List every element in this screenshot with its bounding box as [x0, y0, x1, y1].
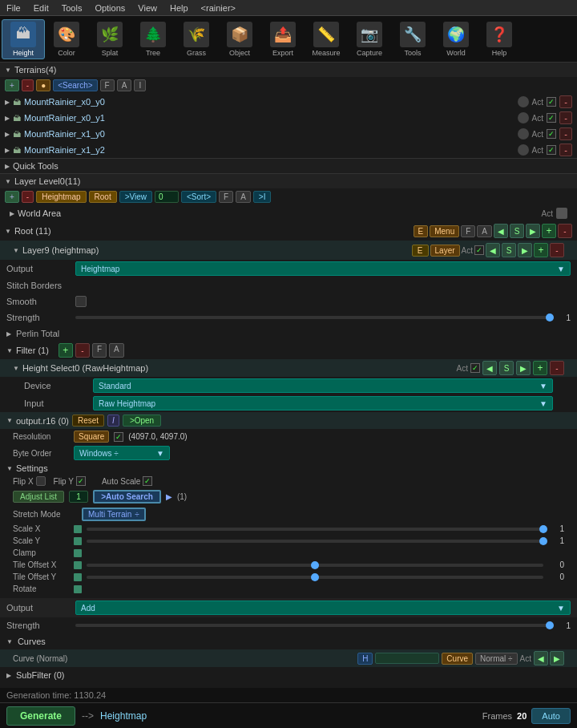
filter-f-btn[interactable]: F [92, 343, 107, 358]
root-e-btn[interactable]: E [414, 225, 429, 237]
layer-next-btn[interactable]: >I [253, 191, 272, 203]
toolbar-measure[interactable]: 📏 Measure [305, 19, 348, 59]
height-select-prev-btn[interactable]: ◀ [482, 361, 497, 375]
curve-next-btn[interactable]: ▶ [550, 651, 564, 665]
layer9-next-btn[interactable]: ▶ [518, 243, 532, 257]
layer9-prev-btn[interactable]: ◀ [486, 243, 500, 257]
play-btn[interactable]: ▶ [166, 492, 172, 501]
menu-options[interactable]: Options [88, 2, 131, 14]
open-btn[interactable]: >Open [123, 415, 161, 427]
scale-y-slider[interactable] [87, 540, 543, 543]
layer-sort-btn[interactable]: <Sort> [181, 191, 216, 203]
reset-btn[interactable]: Reset [72, 415, 104, 427]
terrain-a-btn[interactable]: A [117, 79, 132, 91]
toolbar-world[interactable]: 🌍 World [434, 19, 478, 59]
visibility-dot[interactable] [518, 96, 529, 107]
layer9-act-checkbox[interactable] [474, 245, 484, 255]
root-a-btn[interactable]: A [477, 225, 492, 237]
layer9-plus-btn[interactable]: + [534, 243, 548, 257]
curve-prev-btn[interactable]: ◀ [534, 651, 548, 665]
menu-rainier[interactable]: <rainier> [195, 2, 242, 14]
adjust-list-btn[interactable]: Adjust List [13, 491, 64, 503]
root-next-btn[interactable]: ▶ [526, 224, 540, 238]
terrain-act-checkbox[interactable] [547, 145, 556, 155]
smooth-checkbox[interactable] [75, 296, 87, 307]
terrain-minus-btn[interactable]: - [559, 95, 572, 108]
flip-y-checkbox[interactable] [76, 476, 86, 486]
menu-edit[interactable]: Edit [27, 2, 55, 14]
terrain-search-btn[interactable]: <Search> [53, 79, 97, 91]
visibility-dot[interactable] [518, 144, 529, 156]
menu-help[interactable]: Help [163, 2, 195, 14]
layer-f-btn[interactable]: F [219, 191, 233, 203]
output-strength-slider[interactable] [75, 624, 550, 627]
layer-a-btn[interactable]: A [236, 191, 251, 203]
auto-button[interactable]: Auto [531, 708, 571, 724]
height-select-act-checkbox[interactable] [470, 363, 480, 373]
terrain-act-checkbox[interactable] [547, 97, 556, 107]
flip-x-checkbox[interactable] [36, 476, 46, 486]
layer-add-btn[interactable]: + [5, 191, 19, 203]
layer-root-btn[interactable]: Root [89, 191, 117, 203]
auto-scale-checkbox[interactable] [143, 476, 152, 486]
layer-remove-btn[interactable]: - [22, 191, 34, 203]
square-btn[interactable]: Square [74, 431, 109, 443]
menu-view[interactable]: View [131, 2, 163, 14]
terrain-add-btn[interactable]: + [5, 79, 19, 91]
normal-btn[interactable]: Normal ÷ [475, 653, 518, 665]
toolbar-grass[interactable]: 🌾 Grass [175, 19, 218, 59]
toolbar-height[interactable]: 🏔 Height [2, 19, 45, 59]
filter-add-btn[interactable]: + [59, 343, 73, 358]
filter-a-btn[interactable]: A [109, 343, 124, 358]
terrain-act-checkbox[interactable] [547, 113, 556, 123]
terrain-f-btn[interactable]: F [100, 79, 115, 91]
visibility-dot[interactable] [518, 128, 529, 140]
height-select-next-btn[interactable]: ▶ [516, 361, 531, 375]
root-f-btn[interactable]: F [461, 225, 475, 237]
terrain-minus-btn[interactable]: - [559, 111, 572, 124]
terrain-dot-btn[interactable]: ● [36, 79, 50, 91]
visibility-dot[interactable] [518, 112, 529, 123]
toolbar-tree[interactable]: 🌲 Tree [131, 19, 175, 59]
layer9-s-btn[interactable]: S [502, 243, 516, 257]
root-minus-btn[interactable]: - [558, 224, 572, 238]
auto-search-btn[interactable]: >Auto Search [93, 490, 161, 504]
height-select-minus-btn[interactable]: - [550, 361, 564, 375]
strength-slider[interactable] [75, 316, 550, 319]
menu-file[interactable]: File [0, 2, 27, 14]
stretch-mode-dropdown[interactable]: Multi Terrain ÷ [82, 508, 146, 521]
layer-heightmap-btn[interactable]: Heightmap [36, 191, 86, 203]
square-checkbox[interactable] [114, 432, 123, 442]
menu-tools[interactable]: Tools [55, 2, 89, 14]
tile-y-slider[interactable] [87, 576, 543, 579]
h-btn[interactable]: H [357, 653, 373, 665]
layer-view-input[interactable]: 0 [155, 191, 179, 203]
i-btn[interactable]: I [107, 415, 119, 427]
output-section-dropdown[interactable]: Add ▼ [75, 601, 571, 615]
terrain-minus-btn[interactable]: - [559, 144, 572, 156]
scale-x-slider[interactable] [87, 528, 543, 531]
output-dropdown[interactable]: Heightmap ▼ [75, 261, 571, 276]
terrain-minus-btn[interactable]: - [559, 127, 572, 140]
terrain-remove-btn[interactable]: - [22, 79, 34, 91]
root-plus-btn[interactable]: + [542, 224, 556, 238]
height-select-plus-btn[interactable]: + [533, 361, 547, 375]
layer9-e-btn[interactable]: E [412, 245, 429, 257]
toolbar-color[interactable]: 🎨 Color [45, 19, 88, 59]
layer-view-btn[interactable]: >View [119, 191, 152, 203]
toolbar-tools[interactable]: 🔧 Tools [391, 19, 434, 59]
world-area-act-dot[interactable] [556, 208, 567, 219]
curve-btn[interactable]: Curve [442, 653, 473, 665]
toolbar-help[interactable]: ❓ Help [478, 19, 521, 59]
byte-order-dropdown[interactable]: Windows ÷ ▼ [74, 446, 170, 460]
terrain-act-checkbox[interactable] [547, 129, 556, 139]
terrain-i-btn[interactable]: I [134, 79, 146, 91]
toolbar-splat[interactable]: 🌿 Splat [88, 19, 131, 59]
layer9-minus-btn[interactable]: - [550, 243, 564, 257]
input-dropdown[interactable]: Raw Heightmap ▼ [93, 396, 553, 411]
toolbar-object[interactable]: 📦 Object [218, 19, 261, 59]
layer9-layer-btn[interactable]: Layer [430, 245, 460, 257]
filter-remove-btn[interactable]: - [75, 343, 90, 358]
adjust-num-input[interactable]: 1 [69, 491, 88, 503]
generate-button[interactable]: Generate [6, 706, 75, 726]
